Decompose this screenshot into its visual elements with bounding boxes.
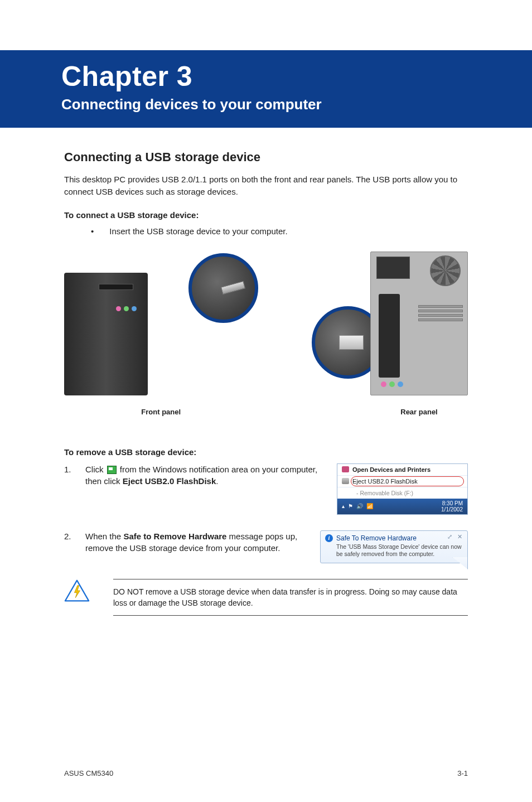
content-area: Connecting a USB storage device This des… <box>0 150 532 616</box>
io-panel-icon <box>379 294 400 378</box>
balloon-tail-icon <box>452 557 468 569</box>
remove-heading: To remove a USB storage device: <box>64 447 468 457</box>
open-devices-label: Open Devices and Printers <box>352 466 431 473</box>
tray-volume-icon: 🔊 <box>356 503 363 509</box>
rear-panel-caption: Rear panel <box>370 408 468 416</box>
page-footer: ASUS CM5340 3-1 <box>64 769 468 777</box>
drive-icon <box>342 478 349 484</box>
step-2-text: 2.When the Safe to Remove Hardware messa… <box>64 530 309 563</box>
pc-tower-rear-icon <box>370 252 468 395</box>
devices-icon <box>342 466 349 472</box>
svg-marker-1 <box>74 586 80 598</box>
step-2-bold: Safe to Remove Hardware <box>123 532 226 541</box>
warning-text: DO NOT remove a USB storage device when … <box>113 579 468 616</box>
balloon-title: Safe To Remove Hardware <box>336 534 417 542</box>
front-panel-block: Front panel <box>64 250 258 416</box>
connect-heading: To connect a USB storage device: <box>64 210 468 220</box>
pc-tower-front-icon <box>64 273 148 395</box>
caution-lightning-icon <box>64 579 90 602</box>
step-1-row: 1.Click from the Windows notification ar… <box>64 463 468 515</box>
info-icon: i <box>325 534 333 542</box>
chapter-title: Chapter 3 <box>61 60 532 93</box>
rear-panel-image <box>370 250 468 395</box>
usb-stick-icon <box>339 335 364 350</box>
usb-stick-icon <box>221 281 245 294</box>
eject-menu-screenshot: Open Devices and Printers Eject USB2.0 F… <box>337 463 468 515</box>
section-heading: Connecting a USB storage device <box>64 150 468 165</box>
front-panel-image <box>64 250 258 395</box>
remove-section: To remove a USB storage device: 1.Click … <box>64 447 468 616</box>
step-1-post: . <box>216 476 218 486</box>
step-1-text: 1.Click from the Windows notification ar… <box>64 463 326 515</box>
open-devices-row: Open Devices and Printers <box>337 464 467 476</box>
fan-icon <box>430 255 461 286</box>
tray-flag-icon: ⚑ <box>348 503 353 509</box>
tray-icons: ▴ ⚑ 🔊 📶 <box>342 503 373 509</box>
chapter-banner: Chapter 3 Connecting devices to your com… <box>0 50 532 128</box>
step-2-number: 2. <box>64 530 85 543</box>
chapter-subtitle: Connecting devices to your computer <box>61 96 532 113</box>
connect-bullet-text: Insert the USB storage device to your co… <box>109 226 287 236</box>
manual-page: Chapter 3 Connecting devices to your com… <box>0 0 532 802</box>
safe-remove-balloon: ⤢ ✕ i Safe To Remove Hardware The 'USB M… <box>320 530 468 563</box>
footer-model: ASUS CM5340 <box>64 769 113 777</box>
tray-up-icon: ▴ <box>342 503 345 509</box>
step-1-bold: Eject USB2.0 FlashDisk <box>123 476 216 486</box>
front-usb-zoom-icon <box>188 253 258 323</box>
step-2-pre: When the <box>85 532 123 541</box>
balloon-close-icon: ⤢ ✕ <box>447 533 464 540</box>
rear-panel-block: Rear panel <box>274 250 468 416</box>
tray-network-icon: 📶 <box>366 503 373 509</box>
eject-flashdisk-row: Eject USB2.0 FlashDisk <box>337 476 467 487</box>
safely-remove-tray-icon <box>107 466 117 474</box>
section-intro: This desktop PC provides USB 2.0/1.1 por… <box>64 173 468 198</box>
expansion-slots-icon <box>418 305 463 321</box>
bullet-dot: • <box>91 226 94 236</box>
connect-bullet-row: • Insert the USB storage device to your … <box>64 226 468 236</box>
removable-disk-row: - Removable Disk (F:) <box>337 487 467 499</box>
system-tray: ▴ ⚑ 🔊 📶 8:30 PM 1/1/2002 <box>337 499 467 514</box>
warning-row: DO NOT remove a USB storage device when … <box>64 579 468 616</box>
step-2-row: 2.When the Safe to Remove Hardware messa… <box>64 530 468 563</box>
psu-icon <box>376 257 410 279</box>
panel-illustrations: Front panel <box>64 250 468 416</box>
step-1-number: 1. <box>64 463 85 476</box>
rear-audio-ports-icon <box>381 381 403 387</box>
balloon-body: The 'USB Mass Storage Device' device can… <box>325 543 463 558</box>
balloon-title-row: i Safe To Remove Hardware <box>325 534 463 542</box>
front-audio-ports-icon <box>116 306 137 311</box>
front-panel-caption: Front panel <box>64 408 258 416</box>
eject-flashdisk-label: Eject USB2.0 FlashDisk <box>352 478 418 485</box>
footer-page-number: 3-1 <box>457 769 468 777</box>
step-1-pre: Click <box>85 465 106 474</box>
tray-date: 1/1/2002 <box>441 506 463 513</box>
tray-time: 8:30 PM <box>441 500 463 506</box>
